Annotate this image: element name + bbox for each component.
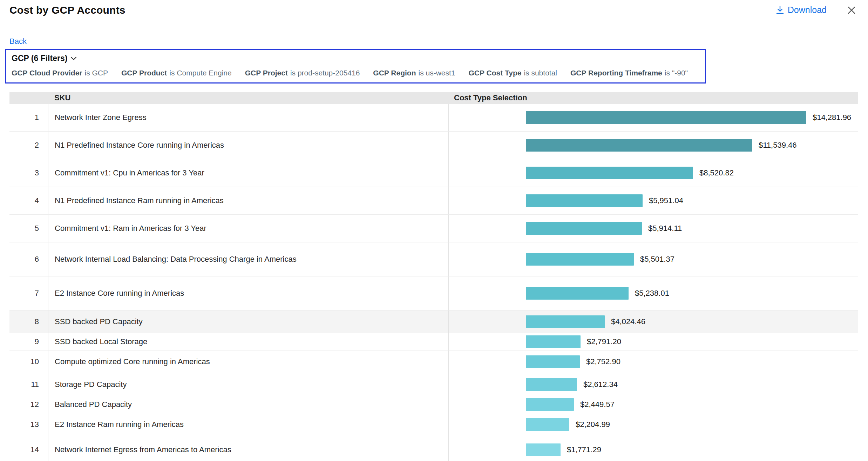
filter-chip[interactable]: GCP Cloud Provideris GCP [12, 69, 108, 77]
bar-cell: $11,539.46 [448, 132, 858, 159]
filter-field: GCP Cloud Provider [12, 69, 82, 77]
filter-condition: is Compute Engine [169, 69, 231, 77]
row-index: 11 [9, 373, 48, 396]
bar-cell: $2,612.34 [448, 373, 858, 396]
cost-bar[interactable] [526, 194, 643, 207]
cost-bar[interactable] [526, 111, 806, 124]
cost-table: SKU Cost Type Selection 1 Network Inter … [9, 92, 858, 461]
table-row[interactable]: 8 SSD backed PD Capacity $4,024.46 [9, 310, 858, 333]
cost-bar[interactable] [526, 253, 634, 266]
cost-value: $2,752.90 [586, 357, 621, 366]
sku-label: N1 Predefined Instance Core running in A… [48, 132, 448, 159]
sku-label: Balanced PD Capacity [48, 396, 448, 413]
cost-bar[interactable] [526, 287, 629, 300]
table-row[interactable]: 9 SSD backed Local Storage $2,791.20 [9, 333, 858, 350]
back-link[interactable]: Back [9, 37, 27, 46]
bar-cell: $14,281.96 [448, 104, 858, 131]
filter-chip[interactable]: GCP Reporting Timeframeis "-90" [570, 69, 688, 77]
bar-cell: $5,238.01 [448, 276, 858, 310]
download-label: Download [788, 5, 827, 15]
row-index: 1 [9, 104, 48, 131]
cost-value: $5,238.01 [635, 289, 669, 298]
filter-list: GCP Cloud Provideris GCPGCP Productis Co… [12, 69, 699, 77]
table-row[interactable]: 7 E2 Instance Core running in Americas $… [9, 276, 858, 310]
sku-label: Storage PD Capacity [48, 373, 448, 396]
sku-label: Network Internal Load Balancing: Data Pr… [48, 242, 448, 276]
table-row[interactable]: 1 Network Inter Zone Egress $14,281.96 [9, 104, 858, 132]
sku-label: Compute optimized Core running in Americ… [48, 350, 448, 373]
row-index: 9 [9, 333, 48, 350]
row-index: 7 [9, 276, 48, 310]
cost-bar[interactable] [526, 418, 569, 431]
cost-bar[interactable] [526, 315, 605, 328]
sku-label: SSD backed Local Storage [48, 333, 448, 350]
cost-bar[interactable] [526, 443, 561, 456]
table-row[interactable]: 5 Commitment v1: Ram in Americas for 3 Y… [9, 215, 858, 242]
bar-cell: $5,914.11 [448, 215, 858, 242]
cost-value: $2,612.34 [583, 380, 618, 389]
close-button[interactable] [846, 4, 857, 16]
filter-summary-label: GCP (6 Filters) [12, 54, 67, 63]
table-row[interactable]: 13 E2 Instance Ram running in Americas $… [9, 413, 858, 436]
sku-label: E2 Instance Ram running in Americas [48, 413, 448, 436]
cost-bar[interactable] [526, 355, 580, 368]
filter-chip[interactable]: GCP Productis Compute Engine [121, 69, 232, 77]
header-cost-type-column: Cost Type Selection [448, 93, 858, 102]
filter-chip[interactable]: GCP Projectis prod-setup-205416 [245, 69, 360, 77]
bar-cell: $2,449.57 [448, 396, 858, 413]
table-row[interactable]: 10 Compute optimized Core running in Ame… [9, 350, 858, 373]
cost-bar[interactable] [526, 167, 693, 179]
filter-field: GCP Project [245, 69, 288, 77]
row-index: 8 [9, 310, 48, 333]
filter-condition: is prod-setup-205416 [290, 69, 360, 77]
filter-condition: is us-west1 [418, 69, 455, 77]
filter-condition: is GCP [84, 69, 108, 77]
table-row[interactable]: 12 Balanced PD Capacity $2,449.57 [9, 396, 858, 413]
filter-chip[interactable]: GCP Cost Typeis subtotal [469, 69, 557, 77]
row-index: 6 [9, 242, 48, 276]
bar-cell: $4,024.46 [448, 310, 858, 333]
filter-chip[interactable]: GCP Regionis us-west1 [373, 69, 455, 77]
cost-value: $5,914.11 [648, 224, 682, 233]
cost-bar[interactable] [526, 335, 581, 348]
cost-value: $2,791.20 [587, 337, 621, 346]
table-row[interactable]: 14 Network Internet Egress from Americas… [9, 436, 858, 461]
cost-value: $14,281.96 [813, 113, 851, 122]
cost-by-gcp-accounts-panel: Cost by GCP Accounts Download Back GCP (… [0, 0, 868, 461]
table-row[interactable]: 4 N1 Predefined Instance Ram running in … [9, 187, 858, 215]
bar-cell: $2,752.90 [448, 350, 858, 373]
cost-bar[interactable] [526, 222, 642, 235]
table-body: 1 Network Inter Zone Egress $14,281.96 2… [9, 104, 858, 461]
row-index: 14 [9, 436, 48, 461]
chevron-down-icon [70, 56, 77, 61]
row-index: 4 [9, 187, 48, 214]
sku-label: Commitment v1: Cpu in Americas for 3 Yea… [48, 159, 448, 187]
cost-value: $2,204.99 [576, 420, 610, 429]
sku-label: Network Internet Egress from Americas to… [48, 436, 448, 461]
filter-field: GCP Reporting Timeframe [570, 69, 662, 77]
table-row[interactable]: 2 N1 Predefined Instance Core running in… [9, 132, 858, 159]
cost-value: $11,539.46 [759, 141, 796, 150]
cost-value: $2,449.57 [580, 400, 615, 409]
bar-cell: $1,771.29 [448, 436, 858, 461]
table-row[interactable]: 11 Storage PD Capacity $2,612.34 [9, 373, 858, 396]
bar-cell: $2,791.20 [448, 333, 858, 350]
row-index: 3 [9, 159, 48, 187]
cost-value: $1,771.29 [567, 445, 601, 454]
download-icon [776, 6, 784, 15]
cost-bar[interactable] [526, 378, 577, 391]
filter-summary-toggle[interactable]: GCP (6 Filters) [12, 54, 699, 63]
cost-value: $5,501.37 [640, 255, 674, 264]
table-row[interactable]: 6 Network Internal Load Balancing: Data … [9, 242, 858, 276]
bar-cell: $8,520.82 [448, 159, 858, 187]
row-index: 10 [9, 350, 48, 373]
cost-value: $5,951.04 [649, 196, 683, 205]
cost-bar[interactable] [526, 398, 574, 411]
sku-label: E2 Instance Core running in Americas [48, 276, 448, 310]
table-row[interactable]: 3 Commitment v1: Cpu in Americas for 3 Y… [9, 159, 858, 187]
download-button[interactable]: Download [776, 5, 827, 15]
filter-field: GCP Product [121, 69, 167, 77]
bar-cell: $5,501.37 [448, 242, 858, 276]
cost-bar[interactable] [526, 139, 752, 152]
close-icon [847, 6, 856, 15]
